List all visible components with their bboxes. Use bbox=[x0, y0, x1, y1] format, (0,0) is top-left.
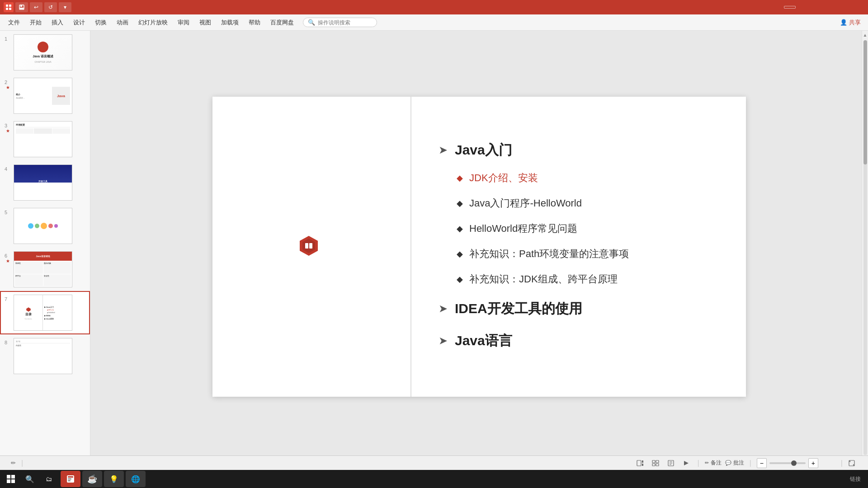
svg-rect-0 bbox=[6, 5, 8, 7]
menu-slideshow[interactable]: 幻灯片放映 bbox=[134, 17, 172, 28]
separator-2: | bbox=[750, 459, 751, 467]
titlebar-controls bbox=[784, 0, 868, 14]
svg-rect-12 bbox=[637, 460, 641, 466]
menu-baidupan[interactable]: 百度网盘 bbox=[266, 17, 298, 28]
zoom-thumb[interactable] bbox=[791, 460, 797, 466]
slide-thumb-4[interactable]: 4 开发工具IDEA bbox=[0, 161, 90, 204]
slide: ➤ Java入门 ◆ JDK介绍、安装 ◆ Java入门程序-HelloWorl… bbox=[212, 97, 746, 397]
svg-rect-5 bbox=[20, 5, 22, 7]
menu-home[interactable]: 开始 bbox=[25, 17, 46, 28]
share-button[interactable]: 👤 共享 bbox=[840, 19, 861, 27]
bullet-sub-text-hwissue: HelloWorld程序常见问题 bbox=[469, 222, 577, 235]
slide-thumb-1[interactable]: 1 Java 语言概述 CHAPTER JAVA bbox=[0, 31, 90, 74]
bullet-jdk-platform: ◆ 补充知识：JDK组成、跨平台原理 bbox=[439, 272, 719, 286]
slide-num-8: 8 bbox=[5, 340, 11, 345]
menu-animation[interactable]: 动画 bbox=[112, 17, 133, 28]
slide-thumb-8[interactable]: 8 第7张 内容页 bbox=[0, 334, 90, 378]
status-bar: ✏ | bbox=[0, 455, 868, 470]
bullet-helloworld-issues: ◆ HelloWorld程序常见问题 bbox=[439, 222, 719, 235]
menu-insert[interactable]: 插入 bbox=[47, 17, 68, 28]
slide-thumb-3[interactable]: 3 ★ 环境配置 bbox=[0, 117, 90, 161]
svg-marker-23 bbox=[684, 461, 689, 465]
slide-thumb-5[interactable]: 5 bbox=[0, 204, 90, 248]
svg-rect-28 bbox=[11, 479, 15, 483]
svg-marker-7 bbox=[26, 307, 31, 312]
taskbar-time: 链接 bbox=[850, 475, 861, 483]
normal-view-button[interactable] bbox=[634, 457, 646, 469]
comments-button[interactable]: 💬 批注 bbox=[725, 459, 744, 467]
notes-label: 备注 bbox=[711, 459, 722, 467]
diamond-black-icon-4: ◆ bbox=[457, 274, 463, 284]
reading-view-button[interactable] bbox=[665, 457, 677, 469]
taskbar-ppt-app[interactable] bbox=[61, 471, 80, 487]
svg-rect-14 bbox=[642, 464, 643, 466]
undo-button[interactable]: ↩ bbox=[30, 2, 42, 12]
title-bar: ↩ ↺ ▾ bbox=[0, 0, 868, 14]
task-view-button[interactable]: 🗂 bbox=[40, 470, 58, 488]
register-button[interactable] bbox=[784, 6, 796, 9]
menu-view[interactable]: 视图 bbox=[195, 17, 216, 28]
slide-panel[interactable]: 1 Java 语言概述 CHAPTER JAVA 2 ★ 简介 Java语言.. bbox=[0, 31, 90, 463]
zoom-controls: − + bbox=[757, 458, 835, 468]
titlebar-close-button[interactable] bbox=[844, 0, 864, 14]
bullet-helloworld: ◆ Java入门程序-HelloWorld bbox=[439, 197, 719, 210]
separator-1: | bbox=[21, 459, 23, 467]
vertical-scrollbar[interactable]: ▲ ▼ bbox=[862, 31, 868, 463]
notes-button[interactable]: ✏ 备注 bbox=[705, 459, 722, 467]
start-button[interactable] bbox=[2, 470, 20, 488]
bullet-path: ◆ 补充知识：Path环境变量的注意事项 bbox=[439, 247, 719, 261]
slide-num-7: 7 bbox=[5, 296, 11, 302]
svg-rect-18 bbox=[656, 464, 659, 466]
svg-rect-16 bbox=[656, 460, 659, 463]
svg-rect-31 bbox=[68, 479, 71, 479]
slide-sorter-button[interactable] bbox=[650, 457, 661, 469]
slide-thumb-2[interactable]: 2 ★ 简介 Java语言... Java bbox=[0, 74, 90, 117]
taskbar-browser-app[interactable]: 🌐 bbox=[126, 471, 146, 487]
slide-num-2: 2 bbox=[5, 80, 11, 85]
menu-review[interactable]: 审阅 bbox=[173, 17, 194, 28]
redo-button[interactable]: ↺ bbox=[44, 2, 57, 12]
menu-addins[interactable]: 加载项 bbox=[217, 17, 243, 28]
separator-zoom: | bbox=[698, 459, 699, 467]
app-icon bbox=[4, 2, 14, 12]
bullet-sub-text-platform: 补充知识：JDK组成、跨平台原理 bbox=[469, 272, 618, 286]
fit-window-button[interactable] bbox=[848, 460, 855, 466]
quick-access-button[interactable]: ▾ bbox=[59, 2, 71, 12]
svg-rect-15 bbox=[652, 460, 655, 463]
search-box[interactable]: 🔍 bbox=[303, 18, 377, 27]
taskbar-right-icons: 链接 bbox=[850, 475, 866, 483]
svg-rect-25 bbox=[7, 475, 10, 479]
zoom-slider[interactable] bbox=[769, 462, 806, 464]
taskbar-idea-app[interactable]: 💡 bbox=[104, 471, 124, 487]
slideshow-button[interactable] bbox=[680, 457, 692, 469]
bullet-h1-text-1: Java入门 bbox=[455, 141, 512, 160]
slide-canvas: ▲ ▼ ◀ ▶ bbox=[90, 31, 868, 463]
menu-transition[interactable]: 切换 bbox=[90, 17, 111, 28]
svg-rect-27 bbox=[7, 479, 10, 483]
bullet-sub-text-jdk: JDK介绍、安装 bbox=[469, 171, 538, 185]
svg-rect-2 bbox=[6, 8, 8, 10]
accessibility-icon[interactable]: ✏ bbox=[11, 460, 16, 466]
search-taskbar-button[interactable]: 🔍 bbox=[21, 470, 39, 488]
slide-star-6: ★ bbox=[6, 258, 10, 263]
titlebar-minimize-button[interactable] bbox=[800, 0, 821, 14]
titlebar-restore-button[interactable] bbox=[822, 0, 843, 14]
zoom-in-button[interactable]: + bbox=[808, 458, 818, 468]
slide-preview-6: Java语言特性 简单性 面向对象 跨平台 安全性 bbox=[14, 251, 72, 287]
menu-help[interactable]: 帮助 bbox=[244, 17, 265, 28]
titlebar-left: ↩ ↺ ▾ bbox=[0, 2, 75, 12]
slide-left-section bbox=[212, 97, 411, 397]
diamond-black-icon-1: ◆ bbox=[457, 198, 463, 208]
menu-design[interactable]: 设计 bbox=[69, 17, 90, 28]
slide-preview-1: Java 语言概述 CHAPTER JAVA bbox=[14, 34, 72, 70]
save-button[interactable] bbox=[15, 2, 28, 12]
menu-file[interactable]: 文件 bbox=[4, 17, 24, 28]
zoom-out-button[interactable]: − bbox=[757, 458, 767, 468]
search-input[interactable] bbox=[318, 19, 372, 26]
taskbar-java-app[interactable]: ☕ bbox=[82, 471, 102, 487]
slide-thumb-6[interactable]: 6 ★ Java语言特性 简单性 面向对象 跨平台 安全性 bbox=[0, 248, 90, 291]
slide-thumb-7[interactable]: 7 目录 Contents ▶ Java入门 ◆ JDK介绍 bbox=[0, 291, 90, 334]
svg-rect-1 bbox=[9, 5, 11, 7]
slide-preview-7: 目录 Contents ▶ Java入门 ◆ JDK介绍 ◆ HelloWorl… bbox=[14, 295, 72, 331]
svg-rect-11 bbox=[309, 243, 312, 249]
